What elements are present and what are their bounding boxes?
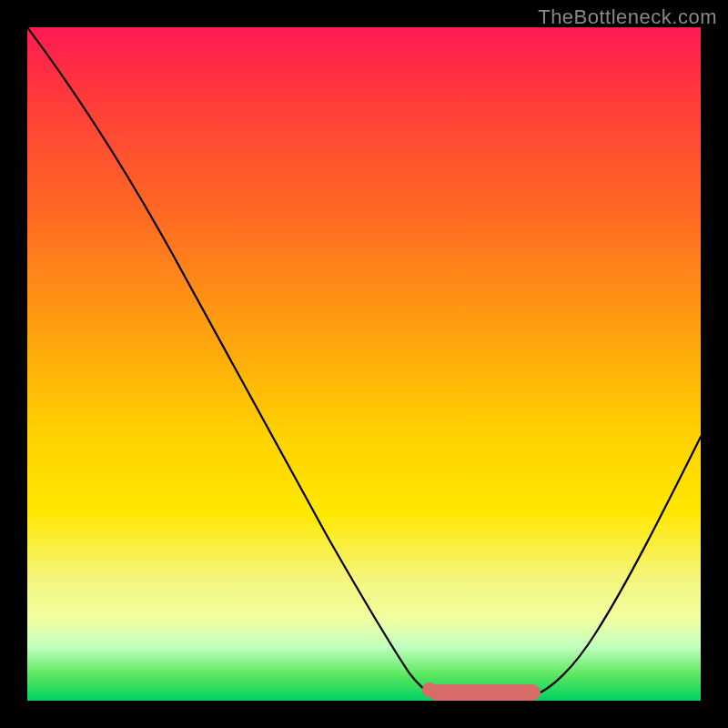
curve-layer (27, 27, 701, 701)
curve-right-limb (532, 437, 701, 696)
watermark-label: TheBottleneck.com (538, 5, 717, 29)
curve-left-limb (27, 27, 433, 694)
plot-area (27, 27, 701, 701)
chart-frame: TheBottleneck.com (0, 0, 728, 728)
minimum-dot (422, 682, 437, 697)
